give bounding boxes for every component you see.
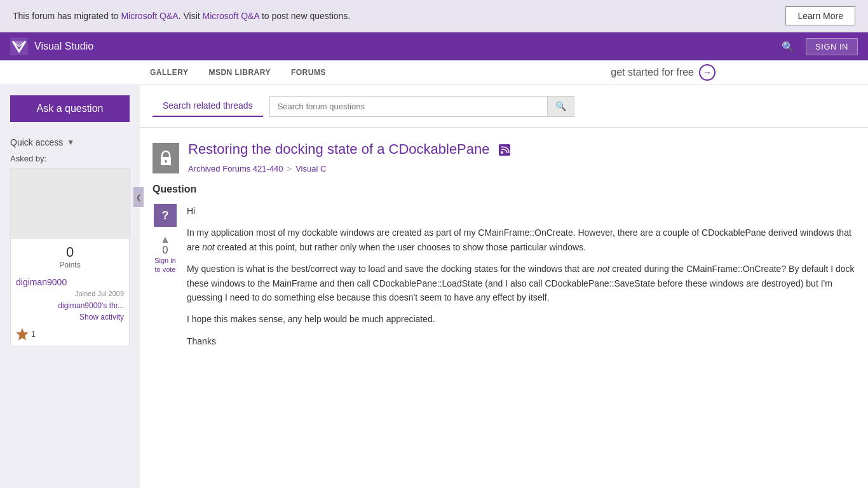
nav-gallery[interactable]: GALLERY [140, 60, 198, 85]
site-title: Visual Studio [34, 41, 93, 52]
quick-access-header[interactable]: Quick access ▼ [10, 137, 130, 147]
header-right: 🔍 SIGN IN [776, 38, 858, 55]
user-joined-date: Joined Jul 2009 [11, 290, 129, 300]
banner-text-before: This forum has migrated to [13, 11, 121, 21]
question-thanks: Thanks [187, 334, 855, 348]
breadcrumb-visual-c-link[interactable]: Visual C [295, 164, 326, 173]
question-content: Hi In my application most of my dockable… [187, 204, 855, 356]
question-user-avatar: ? [154, 204, 177, 227]
question-section: Question ? ▲ 0 Sign in to vote Hi In my [153, 184, 855, 356]
header-left: Visual Studio [10, 37, 93, 55]
asked-by-section: Asked by: 0 Points digiman9000 Joined Ju… [10, 154, 130, 346]
user-name-link[interactable]: digiman9000 [11, 274, 129, 290]
header-search-button[interactable]: 🔍 [776, 38, 799, 55]
content-area: Ask a question Quick access ▼ Asked by: … [0, 85, 868, 488]
question-paragraph-1: In my application most of my dockable wi… [187, 226, 855, 254]
sidebar-collapse-button[interactable]: ❮ [133, 187, 144, 207]
forum-search-button[interactable]: 🔍 [547, 97, 574, 116]
nav-msdn-library[interactable]: MSDN LIBRARY [198, 60, 281, 85]
banner-link2[interactable]: Microsoft Q&A [203, 11, 259, 21]
user-points-label: Points [16, 261, 124, 269]
vote-up-button[interactable]: ▲ [160, 234, 170, 245]
nav-forums[interactable]: FORUMS [281, 60, 336, 85]
show-activity-link[interactable]: Show activity [11, 311, 129, 325]
breadcrumb-separator: > [287, 164, 292, 173]
question-body: ? ▲ 0 Sign in to vote Hi In my applicati… [153, 204, 855, 356]
quick-access-label: Quick access [10, 137, 63, 147]
banner-link1[interactable]: Microsoft Q&A [121, 11, 178, 21]
quick-access-section: Quick access ▼ Asked by: 0 Points digima… [0, 132, 140, 356]
asked-by-label: Asked by: [10, 154, 130, 163]
user-points-number: 0 [16, 244, 124, 261]
thread-area: Restoring the docking state of a CDockab… [140, 128, 868, 369]
question-greeting: Hi [187, 204, 855, 218]
vote-count: 0 [156, 245, 175, 256]
search-bar-area: Search related threads 🔍 [140, 85, 868, 128]
question-paragraph-3: I hope this makes sense, any help would … [187, 312, 855, 326]
badge-icon [16, 328, 29, 341]
thread-title: Restoring the docking state of a CDockab… [188, 140, 855, 159]
nav-bar: GALLERY MSDN LIBRARY FORUMS get started … [0, 60, 868, 85]
svg-point-5 [501, 151, 503, 154]
question-label: Question [153, 184, 855, 195]
main-content: Search related threads 🔍 R [140, 85, 868, 488]
top-banner: This forum has migrated to Microsoft Q&A… [0, 0, 868, 32]
user-card: 0 Points digiman9000 Joined Jul 2009 dig… [10, 168, 130, 346]
question-paragraph-2: My question is what is the best/correct … [187, 262, 855, 304]
banner-text-middle: . Visit [179, 11, 203, 21]
sign-in-to-vote-link[interactable]: Sign in to vote [153, 256, 178, 274]
svg-marker-1 [17, 329, 28, 340]
question-left-panel: ? ▲ 0 Sign in to vote [153, 204, 178, 274]
user-avatar [11, 169, 129, 239]
learn-more-button[interactable]: Learn More [785, 6, 855, 25]
thread-title-section: Restoring the docking state of a CDockab… [188, 140, 855, 173]
nav-links: GALLERY MSDN LIBRARY FORUMS [140, 60, 336, 85]
get-started-section: get started for free → [611, 64, 728, 81]
sidebar: Ask a question Quick access ▼ Asked by: … [0, 85, 140, 488]
banner-text-after: to post new questions. [259, 11, 350, 21]
forum-search-input[interactable] [270, 97, 547, 116]
forum-search-container: 🔍 [269, 96, 574, 117]
get-started-arrow-icon[interactable]: → [699, 64, 715, 81]
breadcrumb-archived-link[interactable]: Archived Forums 421-440 [188, 164, 283, 173]
vs-logo-icon [10, 37, 28, 55]
vote-section: ▲ 0 Sign in to vote [153, 234, 178, 274]
user-points-section: 0 Points [11, 239, 129, 274]
search-related-threads-button[interactable]: Search related threads [153, 95, 263, 117]
user-badge-section: 1 [11, 325, 129, 346]
get-started-text: get started for free [611, 67, 694, 78]
thread-lock-icon [153, 143, 179, 173]
ask-question-button[interactable]: Ask a question [10, 95, 130, 122]
sign-in-button[interactable]: SIGN IN [806, 38, 858, 55]
user-threads-link[interactable]: digiman9000's thr... [11, 300, 129, 311]
badge-count: 1 [31, 330, 36, 339]
quick-access-dropdown-icon: ▼ [67, 138, 74, 147]
breadcrumb: Archived Forums 421-440 > Visual C [188, 164, 855, 173]
banner-text: This forum has migrated to Microsoft Q&A… [13, 11, 350, 21]
svg-point-3 [165, 160, 167, 163]
thread-header: Restoring the docking state of a CDockab… [153, 140, 855, 173]
main-header: Visual Studio 🔍 SIGN IN [0, 32, 868, 60]
rss-icon[interactable] [499, 144, 510, 156]
